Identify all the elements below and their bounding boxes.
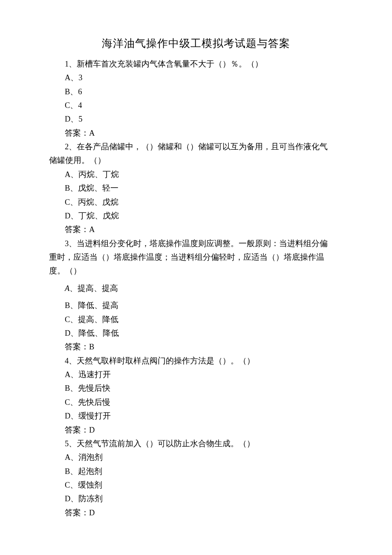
q1-stem: 1、新槽车首次充装罐内气体含氧量不大于（）％。（） <box>49 57 343 71</box>
q2-option-a: A、丙烷、丁烷 <box>49 168 343 181</box>
q2-option-d: D、丁烷、戊烷 <box>49 209 343 223</box>
q4-option-c: C、先快后慢 <box>49 395 343 409</box>
q4-answer: 答案：D <box>49 423 343 437</box>
q1-answer: 答案：A <box>49 126 343 140</box>
q5-option-a: A、消泡剂 <box>49 450 343 464</box>
q3-option-d: D、降低、降低 <box>49 326 343 340</box>
q1-option-c: C、4 <box>49 99 343 112</box>
page-title: 海洋油气操作中级工模拟考试题与答案 <box>49 34 343 53</box>
q3-answer: 答案：B <box>49 340 343 354</box>
q5-option-b: B、起泡剂 <box>49 465 343 478</box>
q5-option-d: D、防冻剂 <box>49 492 343 506</box>
q1-option-d: D、5 <box>49 112 343 126</box>
q3-stem-line2: 重时，应适当（）塔底操作温度；当进料组分偏轻时，应适当（）塔底操作温 <box>49 250 343 264</box>
q1-option-a: A、3 <box>49 71 343 84</box>
q2-option-b: B、戊烷、轻一 <box>49 181 343 195</box>
q2-stem-line2: 储罐使用。（） <box>49 154 343 167</box>
q4-option-b: B、先慢后快 <box>49 381 343 395</box>
q1-option-b: B、6 <box>49 85 343 99</box>
q5-answer: 答案：D <box>49 506 343 520</box>
q4-stem: 4、天然气取样时取样点阀门的操作方法是（）。（） <box>49 354 343 368</box>
q3-stem-line3: 度。（） <box>49 264 343 278</box>
q3-option-c: C、提高、降低 <box>49 313 343 326</box>
q2-answer: 答案：A <box>49 223 343 236</box>
q3-option-a-text: 、提高、提高 <box>69 284 118 293</box>
q3-option-b: B、降低、提高 <box>49 299 343 312</box>
page: 海洋油气操作中级工模拟考试题与答案 1、新槽车首次充装罐内气体含氧量不大于（）％… <box>0 0 392 545</box>
q3-stem-line1: 3、当进料组分变化时，塔底操作温度则应调整。一般原则：当进料组分偏 <box>49 237 343 250</box>
q2-option-c: C、丙烷、戊烷 <box>49 195 343 209</box>
q3-option-a: A、提高、提高 <box>49 282 343 295</box>
q2-stem-line1: 2、在各产品储罐中，（）储罐和（）储罐可以互为备用，且可当作液化气 <box>49 140 343 154</box>
q3-option-a-letter: A <box>65 284 69 293</box>
q5-option-c: C、缓蚀剂 <box>49 478 343 492</box>
q4-option-d: D、缓慢打开 <box>49 409 343 423</box>
q4-option-a: A、迅速打开 <box>49 368 343 381</box>
q5-stem: 5、天然气节流前加入（）可以防止水合物生成。（） <box>49 437 343 450</box>
